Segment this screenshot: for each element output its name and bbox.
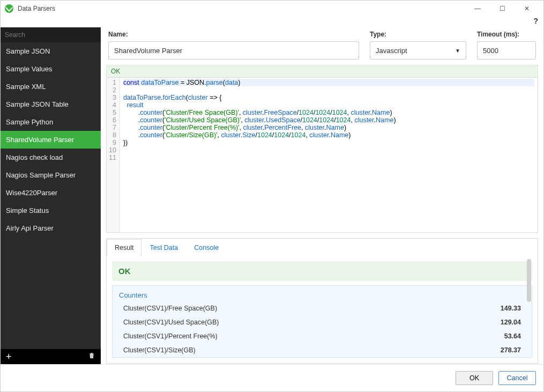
counter-name: Cluster(CSV1)/Percent Free(%) bbox=[123, 332, 218, 340]
tab-test-data[interactable]: Test Data bbox=[141, 239, 186, 256]
counter-value: 53.64 bbox=[504, 332, 521, 340]
type-value: Javascript bbox=[376, 47, 407, 55]
editor-code[interactable]: const dataToParse = JSON.parse(data)data… bbox=[120, 78, 538, 232]
output-panel: ResultTest DataConsole OK Counters Clust… bbox=[106, 238, 538, 364]
sidebar-item[interactable]: Nagios check load bbox=[1, 149, 101, 166]
name-label: Name: bbox=[108, 31, 359, 38]
chevron-down-icon: ▼ bbox=[455, 48, 460, 54]
ok-button[interactable]: OK bbox=[456, 371, 493, 385]
sidebar-item[interactable]: Sample JSON bbox=[1, 42, 101, 60]
sidebar-item[interactable]: Wise4220Parser bbox=[1, 184, 101, 202]
help-row: ? bbox=[1, 17, 543, 27]
name-input[interactable] bbox=[108, 41, 359, 60]
dialog-footer: OK Cancel bbox=[1, 364, 543, 391]
delete-parser-button[interactable] bbox=[88, 352, 95, 361]
type-label: Type: bbox=[370, 31, 466, 38]
app-icon bbox=[5, 4, 13, 13]
sidebar-footer: + bbox=[1, 349, 101, 364]
tab-result[interactable]: Result bbox=[107, 239, 141, 256]
search-input[interactable] bbox=[1, 27, 101, 42]
editor-status-bar: OK bbox=[106, 65, 538, 77]
counters-box: Counters Cluster(CSV1)/Free Space(GB)149… bbox=[112, 285, 532, 358]
sidebar-items: Sample JSONSample ValuesSample XMLSample… bbox=[1, 42, 101, 349]
counter-name: Cluster(CSV1)/Free Space(GB) bbox=[123, 305, 217, 312]
minimize-button[interactable]: — bbox=[465, 1, 490, 17]
sidebar-item[interactable]: Airly Api Parser bbox=[1, 219, 101, 237]
tab-strip: ResultTest DataConsole bbox=[107, 238, 538, 256]
form-row: Name: Type: Javascript ▼ Timeout (ms): bbox=[106, 27, 538, 65]
timeout-label: Timeout (ms): bbox=[477, 31, 536, 38]
counters-heading: Counters bbox=[113, 286, 532, 301]
counter-value: 149.33 bbox=[501, 305, 521, 312]
sidebar: Sample JSONSample ValuesSample XMLSample… bbox=[1, 27, 101, 364]
code-editor[interactable]: 1234567891011 const dataToParse = JSON.p… bbox=[106, 77, 538, 233]
counter-name: Cluster(CSV1)/Size(GB) bbox=[123, 346, 196, 354]
counters-list: Cluster(CSV1)/Free Space(GB)149.33Cluste… bbox=[113, 301, 532, 357]
sidebar-item[interactable]: SharedVolume Parser bbox=[1, 131, 101, 149]
type-select[interactable]: Javascript ▼ bbox=[370, 41, 466, 60]
tab-content-result: OK Counters Cluster(CSV1)/Free Space(GB)… bbox=[107, 256, 538, 363]
cancel-button[interactable]: Cancel bbox=[498, 371, 536, 385]
editor-gutter: 1234567891011 bbox=[107, 78, 120, 232]
window-controls: — ☐ ✕ bbox=[465, 1, 539, 17]
sidebar-item[interactable]: Sample XML bbox=[1, 78, 101, 95]
timeout-input[interactable] bbox=[477, 41, 536, 60]
titlebar: Data Parsers — ☐ ✕ bbox=[1, 1, 543, 17]
sidebar-item[interactable]: Nagios Sample Parser bbox=[1, 166, 101, 184]
sidebar-item[interactable]: Sample JSON Table bbox=[1, 95, 101, 113]
result-status: OK bbox=[112, 261, 532, 281]
counter-value: 129.04 bbox=[501, 319, 521, 326]
timeout-field: Timeout (ms): bbox=[477, 31, 536, 60]
sidebar-item[interactable]: Sample Python bbox=[1, 113, 101, 131]
counter-row: Cluster(CSV1)/Used Space(GB)129.04 bbox=[113, 315, 532, 329]
window-title: Data Parsers bbox=[18, 5, 465, 12]
counter-value: 278.37 bbox=[501, 346, 521, 354]
help-icon[interactable]: ? bbox=[533, 17, 538, 25]
sidebar-item[interactable]: Simple Status bbox=[1, 202, 101, 219]
sidebar-item[interactable]: Sample Values bbox=[1, 60, 101, 78]
add-parser-button[interactable]: + bbox=[6, 352, 12, 361]
counter-row: Cluster(CSV1)/Percent Free(%)53.64 bbox=[113, 329, 532, 343]
trash-icon bbox=[88, 352, 95, 359]
name-field: Name: bbox=[108, 31, 359, 60]
type-field: Type: Javascript ▼ bbox=[370, 31, 466, 60]
counter-name: Cluster(CSV1)/Used Space(GB) bbox=[123, 319, 219, 326]
scrollbar-thumb[interactable] bbox=[527, 259, 531, 302]
maximize-button[interactable]: ☐ bbox=[490, 1, 515, 17]
sidebar-search bbox=[1, 27, 101, 42]
close-button[interactable]: ✕ bbox=[515, 1, 539, 17]
counter-row: Cluster(CSV1)/Size(GB)278.37 bbox=[113, 343, 532, 357]
counter-row: Cluster(CSV1)/Free Space(GB)149.33 bbox=[113, 301, 532, 315]
tab-console[interactable]: Console bbox=[186, 239, 227, 256]
main-panel: Name: Type: Javascript ▼ Timeout (ms): O… bbox=[101, 27, 543, 364]
